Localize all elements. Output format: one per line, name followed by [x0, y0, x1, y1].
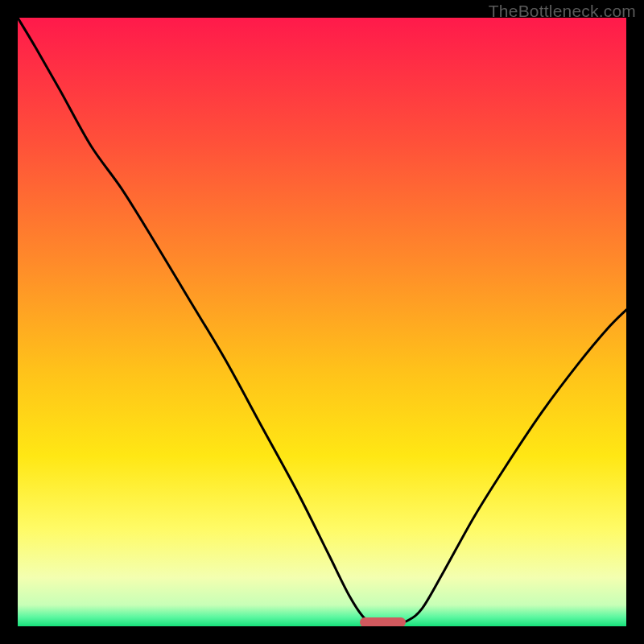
chart-plot-area: [18, 18, 626, 626]
chart-curve: [18, 18, 626, 626]
watermark-label: TheBottleneck.com: [489, 2, 636, 21]
optimal-range-marker: [360, 617, 406, 626]
chart-frame: TheBottleneck.com: [0, 0, 644, 644]
